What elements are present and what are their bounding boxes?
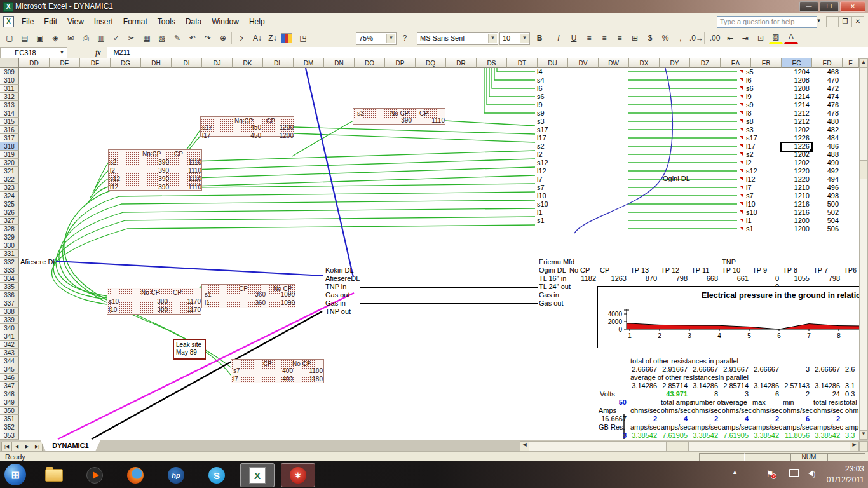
cell-ed-value[interactable]: 470: [812, 76, 839, 85]
vscroll-up-icon[interactable]: ▲: [859, 58, 868, 68]
stat-value: 50: [599, 398, 627, 407]
start-button[interactable]: ⊞: [4, 464, 26, 485]
taskbar-skype-icon[interactable]: S: [200, 463, 234, 487]
stat-value: 3.14286: [751, 382, 779, 390]
cell-ec-value[interactable]: 1212: [782, 118, 810, 126]
label-ogini-dl-curve: Ogini DL: [663, 175, 690, 183]
cell-ec-value[interactable]: 1202: [782, 126, 810, 134]
cell-ec-value[interactable]: 1214: [782, 93, 810, 101]
cell-ed-value[interactable]: 504: [812, 217, 839, 225]
cp-cell: 380: [130, 298, 168, 305]
cell-ed-value[interactable]: 482: [812, 126, 839, 134]
stat-value: 24: [812, 390, 840, 398]
cell-ec-value[interactable]: 1214: [782, 101, 810, 109]
cell-ec-value[interactable]: 1202: [782, 159, 810, 167]
label-right-tl-24-out: TL 24" out: [539, 283, 571, 291]
tray-clock[interactable]: 23:03 01/12/2011: [827, 464, 864, 485]
taskbar-media-app-icon[interactable]: [78, 463, 112, 487]
tab-first-icon[interactable]: |◀: [1, 442, 12, 452]
cell-ec-value[interactable]: 1200: [782, 225, 810, 233]
cell-ed-value[interactable]: 468: [812, 68, 839, 76]
cell-ec-value[interactable]: 1208: [782, 76, 810, 85]
cell-ec-value[interactable]: 1220: [782, 167, 810, 175]
vertical-scrollbar[interactable]: [859, 58, 868, 440]
cell-ed-value[interactable]: 476: [812, 101, 839, 109]
cell-ed-value[interactable]: 500: [812, 200, 839, 208]
stat-value: 6: [751, 390, 779, 398]
tab-last-icon[interactable]: ▶|: [32, 442, 43, 452]
vscroll-down-icon[interactable]: ▼: [859, 430, 868, 440]
chart-xtick: 2: [658, 332, 661, 339]
cell-ed-value[interactable]: 474: [812, 93, 839, 101]
stat-text: ohms/sec: [722, 407, 752, 415]
action-center-flag-icon[interactable]: ⚑x: [766, 469, 774, 478]
sheet-tab-dynamic1[interactable]: DYNAMIC1: [41, 440, 100, 452]
pipe-label-left-l1: l1: [537, 208, 559, 217]
stat-value: 3.38542: [751, 431, 779, 440]
leak-site-note: Leak site May 89: [173, 339, 206, 360]
cp-cell: 1090: [257, 291, 295, 298]
cp-cell: 1170: [163, 298, 201, 305]
tp-value: 668: [690, 274, 718, 283]
taskbar-excel-icon[interactable]: X: [240, 463, 275, 487]
cell-ed-value[interactable]: 498: [812, 192, 839, 200]
cell-ed-value[interactable]: 484: [812, 134, 839, 142]
taskbar-hp-icon[interactable]: hp: [159, 463, 193, 487]
status-num: NUM: [790, 453, 827, 462]
cp-cell: 1180: [285, 367, 323, 374]
stat-value: 2.85714: [660, 382, 688, 390]
taskbar-red-app-icon[interactable]: ✶: [281, 463, 315, 487]
volume-icon[interactable]: ): [808, 469, 815, 478]
cell-ec-value[interactable]: 1220: [782, 175, 810, 184]
hscroll-left-icon[interactable]: ◀: [520, 441, 529, 451]
comment-flag-icon: [740, 152, 743, 156]
taskbar-windows-explorer-icon[interactable]: [37, 463, 71, 487]
pipe-label-right-s2: s2: [746, 151, 771, 159]
cell-ed-value[interactable]: 496: [812, 184, 839, 192]
chart-xtick: 5: [747, 332, 751, 339]
pipe-label-left-l12: l12: [537, 167, 559, 175]
cell-ed-value[interactable]: 480: [812, 118, 839, 126]
cell-ed-value[interactable]: 502: [812, 208, 839, 217]
taskbar-firefox-icon[interactable]: [118, 463, 153, 487]
horizontal-scrollbar[interactable]: [520, 441, 859, 451]
cell-ed-value[interactable]: 472: [812, 85, 839, 93]
stat-value: 4: [721, 415, 749, 423]
embedded-chart[interactable]: Electrical pressure in the ground in rel…: [597, 286, 868, 348]
cell-ed-value[interactable]: 492: [812, 167, 839, 175]
cell-ec-value[interactable]: 1202: [782, 151, 810, 159]
pipe-label-right-l2: l2: [746, 159, 771, 167]
cell-ec-value[interactable]: 1208: [782, 85, 810, 93]
stat-text: ohms/sec: [630, 407, 660, 415]
label-right-gas-in: Gas in: [539, 291, 559, 299]
stat-text: ohm: [845, 407, 858, 415]
cell-ec-value[interactable]: 1204: [782, 68, 810, 76]
taskbar: ⊞ hp S X ✶ ▲ ⚑x ) 23:03 01/12/2011: [0, 461, 868, 488]
tab-prev-icon[interactable]: ◀: [11, 442, 22, 452]
vscroll-thumb[interactable]: [859, 160, 868, 179]
hscroll-right-icon[interactable]: ▶: [850, 441, 859, 451]
pipe-label-right-s10: s10: [746, 208, 771, 217]
cell-ed-value[interactable]: 506: [812, 225, 839, 233]
cell-ec-value[interactable]: 1200: [782, 217, 810, 225]
cell-ed-value[interactable]: 486: [812, 142, 839, 151]
tab-next-icon[interactable]: ▶: [22, 442, 32, 452]
tp-value: 870: [629, 274, 657, 283]
tray-expand-icon[interactable]: ▲: [732, 469, 738, 475]
pipe-label-right-l6: l6: [746, 76, 771, 85]
cp-cell: l2: [110, 167, 115, 174]
cell-ed-value[interactable]: 488: [812, 151, 839, 159]
cell-ed-value[interactable]: 478: [812, 109, 839, 118]
stat-value: 8: [690, 390, 718, 398]
hscroll-thumb[interactable]: [666, 441, 689, 451]
network-icon[interactable]: [789, 469, 799, 479]
cp-cell: l1: [205, 299, 210, 306]
cell-ec-value[interactable]: 1216: [782, 208, 810, 217]
cell-ed-value[interactable]: 490: [812, 159, 839, 167]
cell-ec-value[interactable]: 1210: [782, 192, 810, 200]
cell-ec-value[interactable]: 1216: [782, 200, 810, 208]
cell-ec-value[interactable]: 1210: [782, 184, 810, 192]
cell-ec-value[interactable]: 1212: [782, 109, 810, 118]
cell-ed-value[interactable]: 494: [812, 175, 839, 184]
amps-label: Amps: [599, 407, 616, 415]
